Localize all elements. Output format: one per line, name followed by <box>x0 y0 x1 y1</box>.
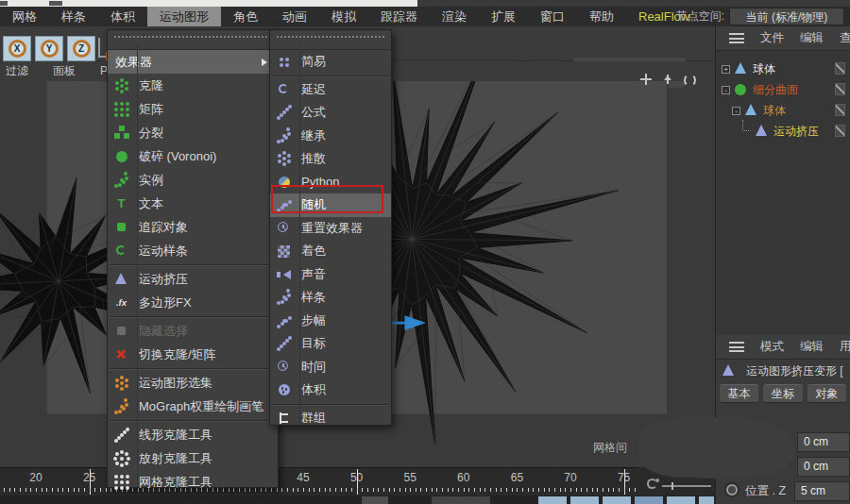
tree-row-球体[interactable]: +球体 <box>716 59 850 79</box>
tree-expander-icon[interactable]: + <box>722 65 730 74</box>
mograph-selection-icon <box>113 375 129 391</box>
mograph-menu-item-20[interactable]: 网格克隆工具 <box>108 470 278 494</box>
ruler-tick <box>432 488 433 492</box>
mograph-menu-item-0[interactable]: 克隆 <box>108 74 278 97</box>
position-z-field[interactable]: 5 cm <box>794 481 850 501</box>
ruler-tick <box>309 488 310 492</box>
timeline-ruler[interactable]: 202530354045505560657075 <box>0 467 638 496</box>
mograph-menu-item-10[interactable]: .fx多边形FX <box>108 291 278 314</box>
mograph-menu-item-2[interactable]: 分裂 <box>108 121 278 144</box>
tree-label: 细分曲面 <box>753 82 798 98</box>
rotate-icon[interactable] <box>682 73 697 87</box>
ruler-tick <box>78 488 79 492</box>
menubar-item-扩展[interactable]: 扩展 <box>479 7 528 26</box>
menubar-item-体积[interactable]: 体积 <box>98 7 147 26</box>
zoom-icon[interactable] <box>660 73 675 87</box>
effector-menu-item-13[interactable]: 目标 <box>270 332 391 356</box>
effector-menu-item-17[interactable]: 群组 <box>270 407 391 430</box>
z-axis-lock-button[interactable]: Z <box>67 36 95 61</box>
visibility-toggle-icon[interactable] <box>835 62 845 75</box>
effector-menu-item-14[interactable]: 时间 <box>270 356 391 379</box>
refresh-icon[interactable] <box>647 479 657 489</box>
ruler-tick <box>383 488 384 492</box>
tree-expander-icon[interactable]: - <box>722 86 730 94</box>
effector-menu-item-3[interactable]: 公式 <box>270 101 391 125</box>
menubar-item-跟踪器[interactable]: 跟踪器 <box>368 7 430 26</box>
om-menu-查看[interactable]: 查看 <box>840 30 850 46</box>
tab-坐标[interactable]: 坐标 <box>763 384 802 403</box>
mograph-menu-item-5[interactable]: T文本 <box>108 192 278 215</box>
keyframe-ring-icon[interactable] <box>726 484 738 496</box>
effector-menu-item-0[interactable]: 简易 <box>270 50 391 74</box>
om-menu-编辑[interactable]: 编辑 <box>800 30 824 46</box>
inheritance-effector-icon <box>276 127 292 143</box>
menu-tearoff-strip[interactable] <box>270 36 391 50</box>
tab-对象[interactable]: 对象 <box>808 384 846 403</box>
mograph-menu-item-6[interactable]: 追踪对象 <box>108 215 278 239</box>
menubar-item-网格[interactable]: 网格 <box>0 7 49 26</box>
menubar-item-窗口[interactable]: 窗口 <box>528 7 577 26</box>
menu-item-label: 运动挤压 <box>139 271 188 288</box>
menubar-item-模拟[interactable]: 模拟 <box>319 7 368 26</box>
target-effector-icon <box>276 336 292 352</box>
node-space-selector[interactable]: 当前 (标准/物理) <box>729 8 844 25</box>
viewport-menu-过滤[interactable]: 过滤 <box>6 61 28 81</box>
effector-menu-item-15[interactable]: 体积 <box>270 378 391 402</box>
menu-item-effectors[interactable]: 效果器 <box>108 50 278 74</box>
om-menu-文件[interactable]: 文件 <box>760 30 784 46</box>
tree-row-球体[interactable]: -球体 <box>716 100 850 121</box>
mograph-menu-item-4[interactable]: 实例 <box>108 168 278 192</box>
menu-tearoff-strip[interactable] <box>108 36 278 50</box>
effector-menu-item-11[interactable]: 样条 <box>270 286 391 310</box>
visibility-toggle-icon[interactable] <box>835 125 845 137</box>
effector-menu-item-4[interactable]: 继承 <box>270 125 391 148</box>
mograph-menu-item-16[interactable]: MoGraph权重绘制画笔 <box>108 395 278 418</box>
y-axis-lock-button[interactable]: Y <box>35 36 63 61</box>
position-y-field[interactable]: 0 cm <box>797 457 850 477</box>
am-menu-模式[interactable]: 模式 <box>760 339 784 355</box>
visibility-toggle-icon[interactable] <box>835 104 845 116</box>
hamburger-menu-icon[interactable] <box>729 342 744 352</box>
tree-expander-icon[interactable]: - <box>732 107 740 115</box>
hamburger-menu-icon[interactable] <box>729 33 744 43</box>
position-x-field[interactable]: 0 cm <box>797 432 850 452</box>
formula-effector-icon <box>276 105 292 121</box>
tree-row-细分曲面[interactable]: -细分曲面 <box>716 79 850 100</box>
pan-icon[interactable] <box>638 73 654 87</box>
ruler-tick <box>389 488 390 492</box>
effector-menu-item-12[interactable]: 步幅 <box>270 310 391 333</box>
menubar-item-渲染[interactable]: 渲染 <box>430 7 479 26</box>
effector-menu-item-9[interactable]: 着色 <box>270 240 391 263</box>
menubar-item-角色[interactable]: 角色 <box>221 7 270 26</box>
mograph-menu-item-3[interactable]: 破碎 (Voronoi) <box>108 144 278 168</box>
effector-menu-item-2[interactable]: 延迟 <box>270 78 391 102</box>
mograph-menu-item-19[interactable]: 放射克隆工具 <box>108 446 278 470</box>
timeline-scale-slider[interactable] <box>662 485 711 487</box>
tree-row-运动挤压[interactable]: 运动挤压 <box>716 121 850 142</box>
shader-effector-icon <box>276 244 292 260</box>
menubar-item-帮助[interactable]: 帮助 <box>577 7 626 26</box>
mograph-menu-item-13[interactable]: 切换克隆/矩阵 <box>108 343 278 366</box>
tab-基本[interactable]: 基本 <box>720 384 758 403</box>
ruler-tick <box>378 488 379 492</box>
am-menu-用户[interactable]: 用户 <box>840 339 850 355</box>
effector-menu-item-5[interactable]: 推散 <box>270 147 391 171</box>
mograph-menu-item-9[interactable]: 运动挤压 <box>108 267 278 291</box>
viewport-menu-面板[interactable]: 面板 <box>53 61 76 81</box>
mograph-menu-item-1[interactable]: 矩阵 <box>108 97 278 121</box>
mograph-menu-item-7[interactable]: 运动样条 <box>108 239 278 262</box>
range-segment <box>362 496 388 504</box>
menubar-item-动画[interactable]: 动画 <box>270 7 319 26</box>
menubar-item-运动图形[interactable]: 运动图形 <box>147 7 221 26</box>
swap-cloner-matrix-icon <box>113 346 129 362</box>
timeline-range-strip[interactable] <box>0 496 715 504</box>
ruler-tick <box>635 488 636 492</box>
x-axis-lock-button[interactable]: X <box>3 36 31 61</box>
visibility-toggle-icon[interactable] <box>835 83 845 95</box>
menubar-item-样条[interactable]: 样条 <box>49 7 98 26</box>
effector-menu-item-10[interactable]: 声音 <box>270 263 391 287</box>
mograph-menu-item-15[interactable]: 运动图形选集 <box>108 371 278 395</box>
mograph-menu-item-18[interactable]: 线形克隆工具 <box>108 423 278 446</box>
effector-menu-item-8[interactable]: 重置效果器 <box>270 217 391 241</box>
am-menu-编辑[interactable]: 编辑 <box>800 339 824 355</box>
